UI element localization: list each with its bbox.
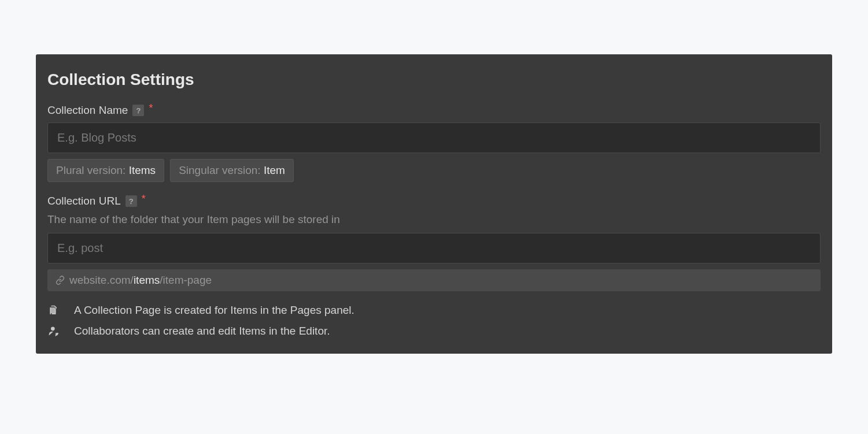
info-row-page: A Collection Page is created for Items i…: [47, 304, 821, 317]
page-icon: [47, 305, 60, 316]
panel-title: Collection Settings: [47, 71, 821, 89]
collection-name-field: Collection Name ? * Plural version: Item…: [47, 104, 821, 182]
info-collab-text: Collaborators can create and edit Items …: [74, 325, 330, 337]
singular-label: Singular version:: [179, 164, 264, 176]
collection-url-field: Collection URL ? * The name of the folde…: [47, 195, 821, 291]
info-list: A Collection Page is created for Items i…: [47, 304, 821, 337]
collection-url-hint: The name of the folder that your Item pa…: [47, 213, 821, 226]
url-preview: website.com/items/item-page: [47, 269, 821, 291]
required-indicator: *: [142, 193, 146, 205]
plural-value: Items: [129, 164, 156, 176]
plural-label: Plural version:: [56, 164, 129, 176]
user-edit-icon: [47, 325, 60, 337]
url-suffix: /item-page: [160, 274, 212, 286]
help-icon[interactable]: ?: [125, 195, 137, 207]
singular-version-chip[interactable]: Singular version: Item: [170, 159, 294, 182]
collection-name-label: Collection Name: [47, 104, 128, 117]
required-indicator: *: [149, 102, 153, 114]
singular-value: Item: [264, 164, 285, 176]
collection-name-label-row: Collection Name ? *: [47, 104, 821, 117]
url-prefix: website.com/: [69, 274, 134, 286]
plural-version-chip[interactable]: Plural version: Items: [47, 159, 164, 182]
collection-url-label-row: Collection URL ? *: [47, 195, 821, 207]
help-icon[interactable]: ?: [132, 105, 144, 116]
collection-url-label: Collection URL: [47, 195, 121, 207]
url-preview-text: website.com/items/item-page: [69, 274, 212, 287]
collection-settings-panel: Collection Settings Collection Name ? * …: [36, 54, 832, 354]
url-slug: items: [134, 274, 160, 286]
info-row-collaborators: Collaborators can create and edit Items …: [47, 325, 821, 337]
svg-point-0: [51, 327, 55, 331]
info-page-text: A Collection Page is created for Items i…: [74, 304, 354, 317]
collection-name-input[interactable]: [47, 123, 821, 153]
link-icon: [56, 276, 65, 285]
collection-url-input[interactable]: [47, 233, 821, 264]
